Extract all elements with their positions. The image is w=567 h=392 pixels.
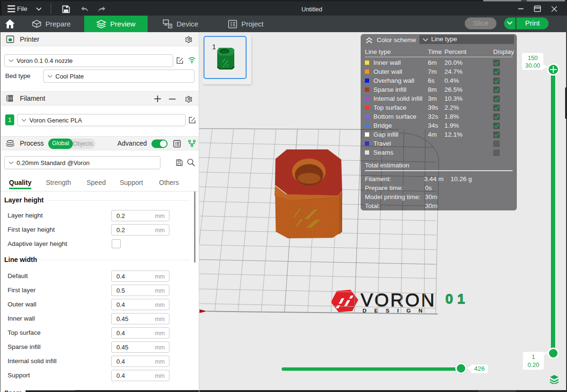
svg-text:DESIGN: DESIGN (363, 308, 430, 314)
svg-text:01: 01 (445, 291, 469, 306)
